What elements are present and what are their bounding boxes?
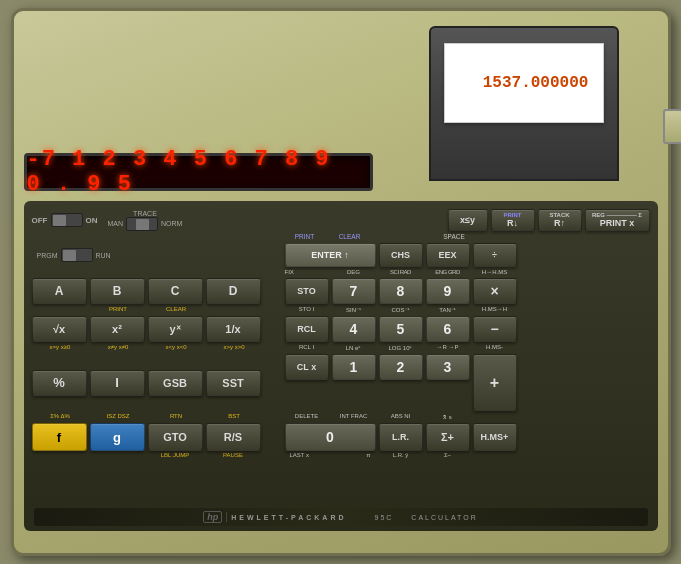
clear-sub-left: PRINT xyxy=(285,233,325,240)
isz-sub: ISZ DSZ xyxy=(91,413,146,420)
printer-advance-button[interactable] xyxy=(663,109,681,144)
onex-label: 1/x xyxy=(225,323,240,335)
sto-button[interactable]: STO xyxy=(285,278,329,304)
pct-button[interactable]: % xyxy=(32,370,87,396)
divide-key-cell: ÷ xyxy=(473,243,517,267)
c-button[interactable]: C xyxy=(148,278,203,304)
int-sub: INT FRAC xyxy=(332,413,376,420)
four-button[interactable]: 4 xyxy=(332,316,376,342)
gto-button[interactable]: GTO xyxy=(148,423,203,451)
minus-key-cell: − xyxy=(473,316,517,342)
g-button[interactable]: g xyxy=(90,423,145,451)
led-display: -7 1 2 3 4 5 6 7 8 9 0 . 9 5 xyxy=(24,153,373,191)
printx-button[interactable]: REG ————— Σ PRINT x xyxy=(585,209,650,231)
display-value: -7 1 2 3 4 5 6 7 8 9 0 . 9 5 xyxy=(27,147,360,197)
rcl-button[interactable]: RCL xyxy=(285,316,329,342)
one-label: 1 xyxy=(350,359,358,375)
calculator: -7 1 2 3 4 5 6 7 8 9 0 . 9 5 1537.000000… xyxy=(11,8,671,556)
controls-and-top-row: OFF ON TRACE MAN xyxy=(32,209,650,231)
trace-switch-thumb xyxy=(136,219,149,230)
clx123-sublabels: DELETE INT FRAC ABS NI x̄ s xyxy=(285,413,470,420)
zero-button[interactable]: 0 xyxy=(285,423,376,451)
sigpct-sub: Σ% Δ% xyxy=(33,413,88,420)
top-right-buttons: x≤y PRINT R↓ STACK R↑ xyxy=(448,209,650,231)
chs-button[interactable]: CHS xyxy=(379,243,423,267)
six-button[interactable]: 6 xyxy=(426,316,470,342)
enter-key-cell: ENTER ↑ xyxy=(285,243,376,267)
row-abcd-sto789: A B C D STO xyxy=(32,278,650,304)
divide-button[interactable]: ÷ xyxy=(473,243,517,267)
multiply-button[interactable]: × xyxy=(473,278,517,304)
rup-label: R↑ xyxy=(554,218,565,228)
yx-button[interactable]: yˣ xyxy=(148,316,203,342)
gsb-button[interactable]: GSB xyxy=(148,370,203,396)
xley-key-cell: x≤y xyxy=(448,209,488,231)
gto-label: GTO xyxy=(163,431,187,443)
hmsp-button[interactable]: H.MS+ xyxy=(473,423,517,451)
eex-button[interactable]: EEX xyxy=(426,243,470,267)
xeqy-sub: x=y x≥0 xyxy=(33,344,88,351)
bst-sub: BST xyxy=(207,413,262,420)
minus-button[interactable]: − xyxy=(473,316,517,342)
deg-label: DEG xyxy=(332,269,376,275)
prgm-switch[interactable] xyxy=(61,248,93,262)
paper-slot: 1537.000000 xyxy=(444,43,604,123)
xley-button[interactable]: x≤y xyxy=(448,209,488,231)
onex-button[interactable]: 1/x xyxy=(206,316,261,342)
sst-button[interactable]: SST xyxy=(206,370,261,396)
plus-label: + xyxy=(490,374,499,392)
pct-buttons: % I GSB SST xyxy=(32,370,282,396)
two-button[interactable]: 2 xyxy=(379,354,423,380)
seven-key-cell: 7 xyxy=(332,278,376,304)
cos1-sub: COS⁻¹ xyxy=(379,306,423,313)
rup-button[interactable]: STACK R↑ xyxy=(538,209,582,231)
plus-button[interactable]: + xyxy=(473,354,517,411)
xley-label: x≤y xyxy=(460,215,475,225)
row-pct-clx123: % I GSB SST CL x xyxy=(32,354,650,411)
c-key-cell: C xyxy=(148,278,203,304)
eight-key-cell: 8 xyxy=(379,278,423,304)
rdown-button[interactable]: PRINT R↓ xyxy=(491,209,535,231)
rs-button[interactable]: R/S xyxy=(206,423,261,451)
printer-body: 1537.000000 xyxy=(429,26,619,181)
i-button[interactable]: I xyxy=(90,370,145,396)
pct-sublabels: Σ% Δ% ISZ DSZ RTN BST xyxy=(32,413,282,420)
switches-group: OFF ON TRACE MAN xyxy=(32,210,282,231)
minus-label: − xyxy=(490,321,498,337)
d-button[interactable]: D xyxy=(206,278,261,304)
keyboard-area: OFF ON TRACE MAN xyxy=(24,201,658,531)
enter-button[interactable]: ENTER ↑ xyxy=(285,243,376,267)
five-key-cell: 5 xyxy=(379,316,423,342)
lr-button[interactable]: L.R. xyxy=(379,423,423,451)
five-button[interactable]: 5 xyxy=(379,316,423,342)
power-switch[interactable] xyxy=(51,213,83,227)
one-button[interactable]: 1 xyxy=(332,354,376,380)
one-key-cell: 1 xyxy=(332,354,376,411)
brand-type: CALCULATOR xyxy=(411,514,477,521)
trace-switch[interactable] xyxy=(126,217,158,231)
a-button[interactable]: A xyxy=(32,278,87,304)
sqrt-button[interactable]: √x xyxy=(32,316,87,342)
sci-rad-label: SCI RAD xyxy=(379,269,423,275)
seven-button[interactable]: 7 xyxy=(332,278,376,304)
six-key-cell: 6 xyxy=(426,316,470,342)
three-button[interactable]: 3 xyxy=(426,354,470,380)
x2-button[interactable]: x² xyxy=(90,316,145,342)
plus-key-cell: + xyxy=(473,354,517,411)
b-button[interactable]: B xyxy=(90,278,145,304)
six-label: 6 xyxy=(444,321,452,337)
clx-button[interactable]: CL x xyxy=(285,354,329,380)
four-key-cell: 4 xyxy=(332,316,376,342)
norm-label: NORM xyxy=(161,220,182,227)
sto-key-cell: STO xyxy=(285,278,329,304)
eight-button[interactable]: 8 xyxy=(379,278,423,304)
rcli-sub: RCL I xyxy=(285,344,329,351)
off-label: OFF xyxy=(32,216,48,225)
rs-key-cell: R/S PAUSE xyxy=(206,423,261,458)
f-button[interactable]: f xyxy=(32,423,87,451)
rp-sub: →R →P xyxy=(426,344,470,351)
rdown-label: R↓ xyxy=(507,218,518,228)
enter-buttons: ENTER ↑ CHS EEX ÷ xyxy=(285,243,517,267)
nine-button[interactable]: 9 xyxy=(426,278,470,304)
sigplus-button[interactable]: Σ+ xyxy=(426,423,470,451)
